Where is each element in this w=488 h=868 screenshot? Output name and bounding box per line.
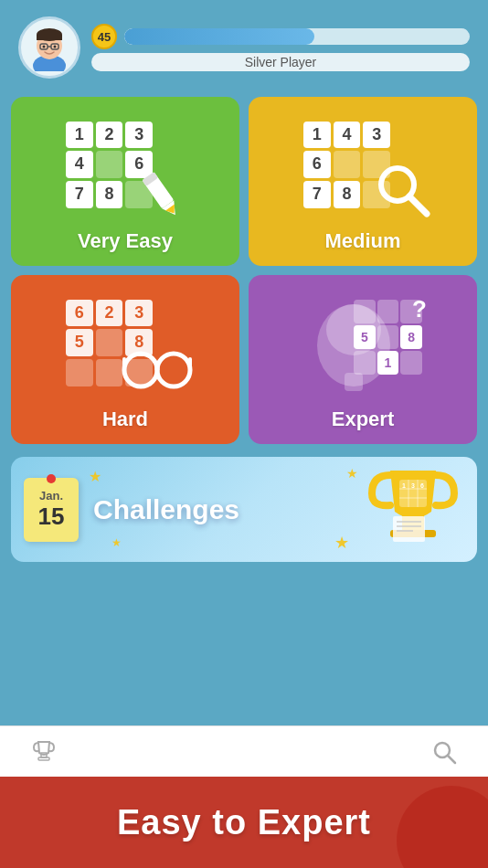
very-easy-icon: 1 2 3 4 6 7 8 — [24, 111, 227, 222]
xp-bar-fill — [124, 28, 314, 45]
grid-cell: 3 — [125, 300, 153, 327]
footer-text: Easy to Expert — [117, 803, 371, 842]
hard-icon: 6 2 3 5 8 — [24, 290, 227, 400]
svg-rect-34 — [393, 516, 425, 542]
svg-line-15 — [409, 196, 427, 214]
grid-cell: 7 — [66, 181, 93, 208]
avatar — [18, 16, 80, 79]
svg-rect-23 — [345, 373, 363, 391]
svg-line-41 — [448, 756, 455, 763]
grid-cell: 3 — [363, 122, 390, 149]
footer-banner: Easy to Expert — [0, 777, 488, 868]
grid-cell: 3 — [125, 122, 153, 149]
svg-text:3: 3 — [411, 482, 415, 489]
grid-cell: 5 — [66, 329, 93, 356]
calendar-day: 15 — [38, 503, 65, 531]
grid-cell — [400, 351, 422, 375]
svg-text:1: 1 — [402, 482, 406, 489]
star-deco-1: ★ — [89, 468, 101, 485]
grid-cell: 7 — [303, 181, 331, 208]
search-nav-svg — [431, 739, 457, 765]
grid-cell: 2 — [96, 122, 123, 149]
star-deco-4: ★ — [334, 533, 349, 553]
medium-card[interactable]: 1 4 3 6 7 8 Medium — [249, 97, 477, 266]
star-deco-2: ★ — [111, 536, 122, 549]
hard-label: Hard — [102, 408, 148, 431]
grid-cell: 8 — [400, 325, 422, 349]
xp-section: 45 Silver Player — [91, 24, 470, 71]
grid-cell — [96, 151, 123, 178]
challenges-banner[interactable]: ★ ★ ★ ★ Jan. 15 Challenges 1 3 6 — [11, 457, 477, 562]
star-deco-3: ★ — [346, 466, 358, 481]
xp-bar-container — [124, 28, 470, 45]
grid-cell — [96, 329, 123, 356]
very-easy-card[interactable]: 1 2 3 4 6 7 8 — [11, 97, 239, 266]
player-title: Silver Player — [91, 53, 470, 71]
avatar-face-icon — [26, 24, 73, 71]
grid-cell: 4 — [334, 122, 361, 149]
grid-cell — [377, 325, 399, 349]
magnifier-icon — [374, 161, 433, 220]
grid-cell — [96, 359, 123, 386]
grid-cell: 6 — [303, 151, 331, 178]
challenges-label: Challenges — [93, 494, 239, 525]
grid-cell: 1 — [66, 122, 93, 149]
svg-rect-39 — [38, 757, 49, 760]
question-mark-icon: ? — [412, 295, 427, 323]
medium-icon: 1 4 3 6 7 8 — [261, 111, 464, 222]
svg-point-8 — [54, 46, 57, 48]
grid-cell: 8 — [334, 181, 361, 208]
grid-cell — [377, 300, 399, 323]
bottom-bar — [0, 725, 488, 777]
hard-card[interactable]: 6 2 3 5 8 — [11, 275, 239, 444]
calendar-note: Jan. 15 — [24, 478, 79, 542]
search-nav-icon[interactable] — [428, 736, 461, 768]
glasses-icon — [121, 350, 194, 396]
xp-top: 45 — [91, 24, 470, 49]
svg-text:6: 6 — [420, 482, 424, 489]
expert-icon: 5 8 1 ? — [261, 290, 464, 400]
grid-cell: 2 — [96, 300, 123, 327]
medium-label: Medium — [324, 229, 400, 253]
grid-cell: 8 — [96, 181, 123, 208]
grid-cell: 5 — [354, 325, 376, 349]
difficulty-grid: 1 2 3 4 6 7 8 — [0, 88, 488, 453]
expert-label: Expert — [332, 408, 394, 431]
trophy-svg: 1 3 6 — [358, 461, 468, 562]
calendar-pin — [47, 474, 56, 483]
grid-cell — [354, 300, 376, 323]
calendar-month: Jan. — [39, 489, 63, 503]
level-badge: 45 — [91, 24, 117, 49]
trophy-nav-icon[interactable] — [27, 736, 60, 768]
grid-cell — [354, 351, 376, 375]
grid-cell: 1 — [303, 122, 331, 149]
grid-cell: 6 — [66, 300, 93, 327]
grid-cell: 4 — [66, 151, 93, 178]
svg-point-17 — [157, 354, 190, 386]
grid-cell — [66, 359, 93, 386]
trophy-nav-svg — [31, 739, 57, 765]
grid-cell: 1 — [377, 351, 399, 375]
expert-card[interactable]: 5 8 1 ? Expert — [249, 275, 477, 444]
trophy-icon: 1 3 6 — [358, 461, 468, 562]
svg-point-7 — [43, 46, 46, 48]
svg-rect-3 — [37, 35, 62, 40]
grid-cell — [334, 151, 361, 178]
pencil-icon — [134, 163, 194, 222]
svg-point-16 — [124, 354, 157, 386]
avatar-container[interactable] — [18, 16, 80, 79]
very-easy-label: Very Easy — [78, 229, 173, 253]
header-section: 45 Silver Player — [0, 0, 488, 88]
